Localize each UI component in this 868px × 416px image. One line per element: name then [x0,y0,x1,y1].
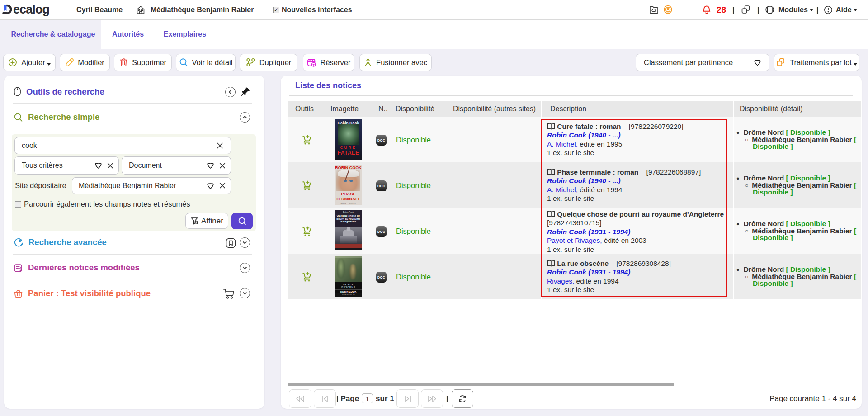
svg-text:ecalog: ecalog [13,2,49,16]
